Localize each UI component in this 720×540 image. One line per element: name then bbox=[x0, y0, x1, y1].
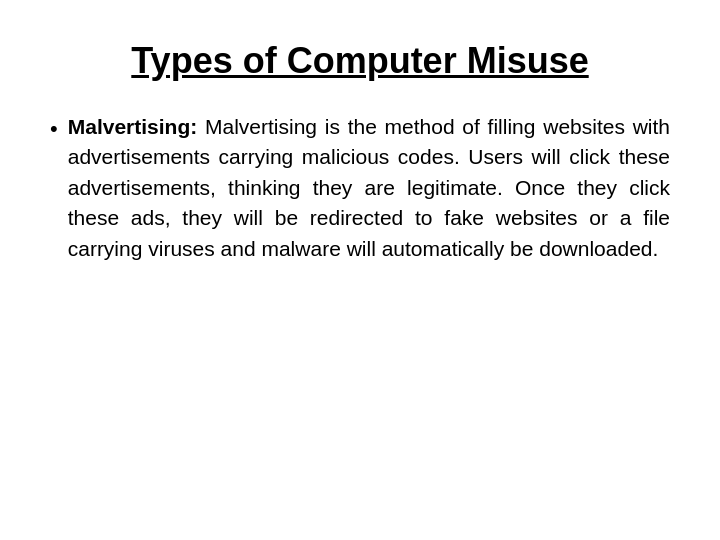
bullet-text: Malvertising: Malvertising is the method… bbox=[68, 112, 670, 264]
content-area: • Malvertising: Malvertising is the meth… bbox=[50, 112, 670, 264]
page-title: Types of Computer Misuse bbox=[50, 40, 670, 82]
bullet-item-malvertising: • Malvertising: Malvertising is the meth… bbox=[50, 112, 670, 264]
term-label: Malvertising: bbox=[68, 115, 198, 138]
bullet-dot: • bbox=[50, 113, 58, 145]
